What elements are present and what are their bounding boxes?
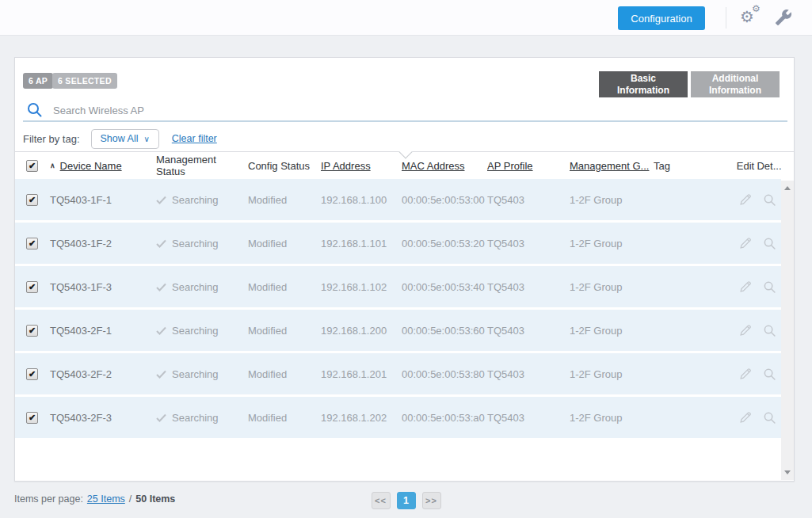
table-row: ✔ TQ5403-1F-2 Searching Modified 192.168… — [15, 223, 781, 266]
previous-page-button[interactable]: << — [372, 492, 391, 509]
check-icon — [156, 282, 166, 292]
edit-pencil-icon[interactable] — [738, 192, 753, 207]
column-management-group[interactable]: Management G... — [570, 160, 649, 172]
wrench-icon[interactable] — [773, 9, 792, 28]
ip-address: 192.168.1.200 — [321, 325, 387, 337]
ip-address: 192.168.1.101 — [321, 238, 387, 249]
next-page-button[interactable]: >> — [422, 492, 441, 509]
ap-profile: TQ5403 — [487, 281, 524, 293]
column-edit: Edit — [737, 160, 754, 172]
config-status: Modified — [248, 194, 287, 206]
tag-filter-dropdown[interactable]: Show All ∨ — [91, 129, 159, 149]
management-status: Searching — [172, 368, 219, 380]
column-device-name[interactable]: Device Name — [60, 160, 122, 172]
ip-address: 192.168.1.201 — [321, 368, 387, 380]
details-magnifier-icon[interactable] — [763, 411, 776, 425]
device-name: TQ5403-1F-3 — [50, 281, 112, 293]
config-status: Modified — [248, 412, 287, 424]
edit-pencil-icon[interactable] — [738, 323, 753, 337]
table-row: ✔ TQ5403-2F-2 Searching Modified 192.168… — [15, 353, 781, 397]
info-tabs: Basic Information Additional Information — [599, 71, 780, 97]
checkmark-icon: ✔ — [29, 326, 36, 334]
check-icon — [156, 413, 166, 423]
details-magnifier-icon[interactable] — [763, 368, 776, 381]
column-config-status: Config Status — [248, 160, 310, 172]
management-status: Searching — [172, 325, 219, 337]
edit-pencil-icon[interactable] — [738, 410, 753, 425]
ap-profile: TQ5403 — [487, 325, 524, 337]
table-body: ✔ TQ5403-1F-1 Searching Modified 192.168… — [15, 179, 781, 480]
mac-address: 00:00:5e:00:53:60 — [402, 325, 485, 337]
row-checkbox[interactable]: ✔ — [26, 368, 38, 380]
column-tag: Tag — [654, 160, 670, 172]
management-status: Searching — [172, 281, 219, 293]
clear-filter-link[interactable]: Clear filter — [172, 133, 217, 144]
column-management-status: Management Status — [156, 154, 248, 177]
checkmark-icon: ✔ — [29, 282, 36, 291]
search-input[interactable] — [51, 100, 609, 120]
details-magnifier-icon[interactable] — [763, 324, 776, 337]
device-name: TQ5403-2F-2 — [50, 368, 112, 380]
column-ip-address[interactable]: IP Address — [321, 160, 371, 172]
edit-pencil-icon[interactable] — [738, 236, 753, 250]
check-icon — [156, 195, 166, 205]
mac-address: 00:00:5e:00:53:80 — [402, 368, 485, 380]
search-icon — [26, 101, 44, 122]
table-header: ✔ ∧ Device Name Management Status Config… — [15, 152, 781, 179]
column-mac-address[interactable]: MAC Address — [402, 160, 464, 172]
management-status: Searching — [172, 194, 219, 206]
tag-filter-value: Show All — [101, 133, 139, 144]
ip-address: 192.168.1.100 — [321, 194, 387, 206]
details-magnifier-icon[interactable] — [763, 280, 776, 294]
check-icon — [156, 369, 166, 379]
checkmark-icon: ✔ — [29, 369, 36, 378]
management-status: Searching — [172, 412, 219, 424]
tab-additional-information[interactable]: Additional Information — [691, 71, 780, 97]
tab-basic-information[interactable]: Basic Information — [599, 71, 688, 97]
column-details: Det... — [757, 160, 781, 172]
ip-address: 192.168.1.102 — [321, 281, 387, 293]
management-group: 1-2F Group — [570, 238, 622, 249]
config-status: Modified — [248, 368, 287, 380]
checkmark-icon: ✔ — [29, 413, 36, 421]
check-icon — [156, 326, 166, 336]
management-group: 1-2F Group — [570, 281, 622, 293]
ap-profile: TQ5403 — [487, 238, 524, 249]
chevron-down-icon: ∨ — [143, 135, 149, 143]
row-checkbox[interactable]: ✔ — [26, 325, 38, 337]
screen: Configuration ⚙ ⚙ 6 AP 6 SELECTED Basic … — [0, 0, 812, 518]
device-name: TQ5403-2F-3 — [50, 412, 112, 424]
topbar-divider — [726, 7, 726, 29]
edit-pencil-icon[interactable] — [738, 280, 753, 294]
scroll-up-arrow-icon[interactable] — [784, 186, 791, 190]
device-name: TQ5403-1F-2 — [50, 238, 112, 249]
table-row: ✔ TQ5403-1F-3 Searching Modified 192.168… — [15, 266, 781, 310]
row-checkbox[interactable]: ✔ — [26, 194, 38, 206]
search-bar — [23, 99, 787, 122]
column-ap-profile[interactable]: AP Profile — [487, 160, 533, 172]
details-magnifier-icon[interactable] — [763, 193, 776, 207]
current-page-button[interactable]: 1 — [397, 492, 416, 509]
management-group: 1-2F Group — [570, 412, 622, 424]
ip-address: 192.168.1.202 — [321, 412, 387, 424]
scroll-down-arrow-icon[interactable] — [784, 470, 791, 474]
top-bar: Configuration ⚙ ⚙ — [0, 0, 812, 36]
check-icon — [156, 238, 166, 249]
details-magnifier-icon[interactable] — [763, 237, 776, 250]
row-checkbox[interactable]: ✔ — [26, 281, 38, 293]
config-status: Modified — [248, 281, 287, 293]
table-scrollbar[interactable] — [781, 181, 794, 480]
select-all-checkbox[interactable]: ✔ — [26, 160, 38, 172]
table-row: ✔ TQ5403-1F-1 Searching Modified 192.168… — [15, 179, 781, 223]
configuration-button[interactable]: Configuration — [618, 6, 705, 30]
mac-address: 00:00:5e:00:53:40 — [402, 281, 485, 293]
row-checkbox[interactable]: ✔ — [26, 238, 38, 249]
filter-by-tag-label: Filter by tag: — [23, 133, 80, 145]
management-status: Searching — [172, 238, 219, 249]
ap-profile: TQ5403 — [487, 412, 524, 424]
settings-gears-icon[interactable]: ⚙ ⚙ — [738, 3, 765, 32]
ap-count-badge: 6 AP — [23, 73, 53, 89]
edit-pencil-icon[interactable] — [738, 367, 753, 381]
row-checkbox[interactable]: ✔ — [26, 412, 38, 424]
ap-profile: TQ5403 — [487, 368, 524, 380]
